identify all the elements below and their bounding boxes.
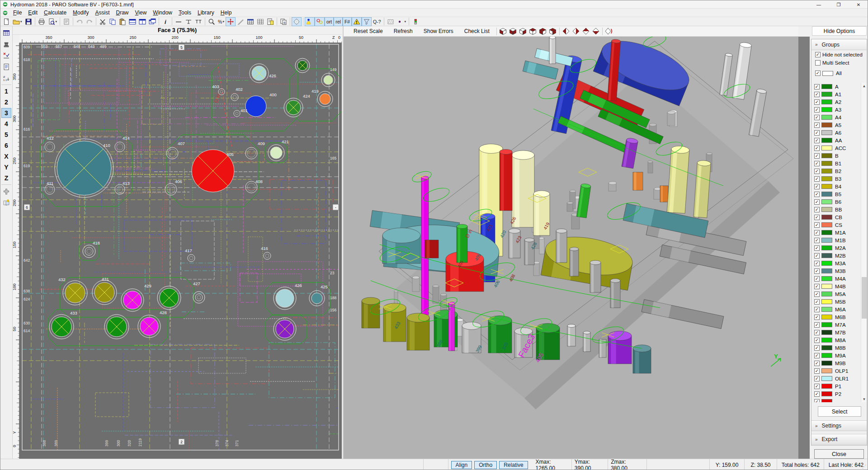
face-button-x[interactable]: X — [1, 151, 11, 161]
face-button-5[interactable]: 5 — [1, 130, 11, 140]
rotate-view-icon[interactable] — [604, 27, 614, 36]
group-row-olp1[interactable]: ✓OLP1 — [814, 367, 865, 375]
face-button-z[interactable]: Z — [1, 173, 11, 183]
group-row-m3a[interactable]: ✓M3A — [814, 259, 865, 267]
status-toggle-relative[interactable]: Relative — [499, 461, 528, 469]
view-marker-bottom[interactable]: 2 — [179, 439, 184, 445]
resize-grip[interactable]: ⋰ — [862, 464, 868, 470]
document-button[interactable] — [1, 61, 12, 72]
menu-calculate[interactable]: Calculate — [41, 9, 70, 16]
info-button[interactable]: i — [160, 17, 170, 26]
machine-button[interactable] — [1, 39, 12, 49]
group-row-m1b[interactable]: ✓M1B — [814, 236, 865, 244]
checkbox[interactable]: ✓ — [814, 138, 820, 143]
groups-panel-header[interactable]: » Groups — [811, 39, 867, 50]
checkbox[interactable]: ✓ — [814, 222, 820, 228]
checkbox[interactable]: ✓ — [814, 176, 820, 182]
gem-button[interactable] — [292, 17, 302, 26]
face-button-2[interactable]: 2 — [1, 97, 11, 107]
group-row-m2b[interactable]: ✓M2B — [814, 252, 865, 259]
checkbox[interactable]: ✓ — [814, 184, 820, 189]
face-button-3[interactable]: 3 — [1, 108, 11, 118]
multi-select-option[interactable]: Multi Select — [811, 59, 867, 66]
hole-list-button[interactable] — [255, 17, 265, 26]
warnings-button[interactable] — [352, 17, 362, 26]
checkbox[interactable]: ✓ — [814, 192, 820, 197]
face-button-y[interactable]: Y — [1, 162, 11, 172]
check-list-button[interactable]: Check List — [459, 27, 495, 35]
checkbox[interactable]: ✓ — [814, 230, 820, 235]
group-row-b1[interactable]: ✓B1 — [814, 160, 865, 167]
group-row-a3[interactable]: ✓A3 — [814, 106, 865, 113]
scrollbar-thumb[interactable] — [862, 277, 867, 319]
view-cube-icon-3[interactable] — [518, 27, 528, 36]
group-row-m9b[interactable]: ✓M9B — [814, 359, 865, 367]
group-row-m6b[interactable]: ✓M6B — [814, 313, 865, 321]
pipe[interactable] — [610, 279, 620, 308]
view-cube-icon-6[interactable] — [548, 27, 558, 36]
cascade-windows-button[interactable] — [147, 17, 157, 26]
measure-button[interactable] — [236, 17, 245, 26]
group-row-a4[interactable]: ✓A4 — [814, 113, 865, 121]
snap-point-button[interactable] — [305, 17, 315, 26]
group-row-m8b[interactable]: ✓M8B — [814, 344, 865, 352]
approve-stamp-button[interactable] — [1, 50, 12, 61]
group-row-m7a[interactable]: ✓M7A — [814, 321, 865, 329]
minimize-button[interactable]: — — [809, 0, 829, 9]
hole-numbers-button[interactable]: F# — [343, 17, 352, 26]
scroll-up-icon[interactable]: ▲ — [861, 83, 867, 89]
view-cube-icon-4[interactable] — [528, 27, 538, 36]
snap-menu-button[interactable]: ▾ — [396, 17, 408, 26]
group-row-a5[interactable]: ✓A5 — [814, 121, 865, 129]
checkbox[interactable]: ✓ — [814, 122, 820, 128]
checkbox[interactable]: ✓ — [814, 345, 820, 351]
group-row-a1[interactable]: ✓A1 — [814, 90, 865, 98]
checkbox[interactable]: ✓ — [814, 299, 820, 305]
view-cube-icon-1[interactable] — [498, 27, 508, 36]
pipe[interactable] — [382, 228, 420, 263]
group-row-m4a[interactable]: ✓M4A — [814, 275, 865, 282]
status-toggle-align[interactable]: Align — [451, 461, 472, 469]
pipe[interactable] — [660, 186, 668, 202]
checkbox[interactable]: ✓ — [814, 353, 820, 358]
refresh-button[interactable]: Refresh — [388, 27, 418, 35]
pipe[interactable] — [362, 297, 380, 328]
checkbox[interactable]: ✓ — [814, 368, 820, 374]
print-preview-button[interactable]: ▾ — [47, 17, 59, 26]
checkbox[interactable]: ✓ — [814, 361, 820, 366]
view-marker-left[interactable]: 6 — [24, 204, 30, 210]
group-row-m5b[interactable]: ✓M5B — [814, 298, 865, 306]
checkbox[interactable]: ✓ — [815, 52, 821, 57]
save-button[interactable] — [24, 17, 33, 26]
model-canvas-3d[interactable]: 4214204234284264194054094064084333883993… — [344, 37, 799, 459]
tile-horizontal-button[interactable] — [127, 17, 137, 26]
ortho-toggle-button[interactable]: ort — [325, 17, 334, 26]
report-button[interactable] — [265, 17, 275, 26]
hole-table-button[interactable] — [245, 17, 255, 26]
checkbox[interactable]: ✓ — [814, 84, 820, 89]
checkbox[interactable]: ✓ — [814, 291, 820, 297]
show-errors-button[interactable]: Show Errors — [418, 27, 459, 35]
checkbox[interactable]: ✓ — [814, 115, 820, 120]
close-button[interactable]: ✕ — [849, 0, 868, 9]
group-row-b2[interactable]: ✓B2 — [814, 167, 865, 175]
group-row[interactable]: ✓ — [814, 398, 865, 402]
snap-circle-button[interactable] — [315, 17, 325, 26]
hole-405[interactable]: 405 — [192, 150, 234, 192]
query-button[interactable]: Q-? — [372, 17, 382, 26]
view-diamond-icon-3[interactable] — [581, 27, 591, 36]
group-row-m2a[interactable]: ✓M2A — [814, 244, 865, 252]
group-row-cb[interactable]: ✓CB — [814, 213, 865, 221]
hole[interactable] — [157, 286, 181, 310]
paste-button[interactable] — [118, 17, 127, 26]
menu-modify[interactable]: Modify — [70, 9, 92, 16]
hatch-button[interactable] — [386, 17, 396, 26]
group-row-b4[interactable]: ✓B4 — [814, 183, 865, 190]
zoom-button[interactable] — [207, 17, 217, 26]
checkbox[interactable]: ✓ — [814, 207, 820, 212]
menu-assist[interactable]: Assist — [92, 9, 113, 16]
pillar-button[interactable] — [410, 17, 420, 26]
checkbox[interactable]: ✓ — [814, 338, 820, 343]
pipe[interactable] — [633, 172, 643, 190]
pipe[interactable] — [599, 339, 606, 357]
